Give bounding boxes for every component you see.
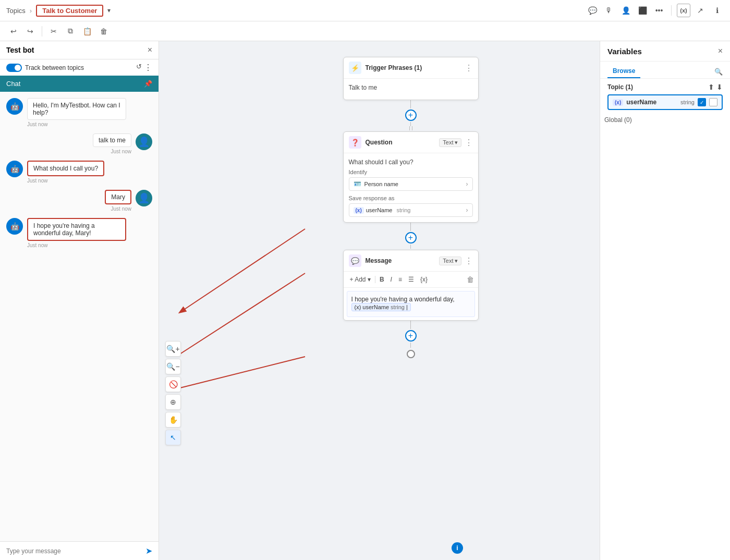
no-entry-button[interactable]: 🚫 <box>165 376 181 392</box>
zoom-controls: 🔍+ 🔍− 🚫 ⊕ ✋ ↖ <box>165 341 181 445</box>
var-name: userName <box>626 99 675 106</box>
chat-message-3: 🤖 What should I call you? Just now <box>6 161 152 184</box>
close-button[interactable]: × <box>148 45 152 55</box>
save-response-section: Save response as (x) userName string › <box>349 195 473 217</box>
question-node[interactable]: ❓ Question Text ▾ ⋮ What should I call y… <box>343 131 479 223</box>
chat-pin-icon[interactable]: 📌 <box>144 80 152 88</box>
sidebar-more-icon[interactable]: ⋮ <box>144 63 152 72</box>
info-button[interactable]: i <box>452 542 463 554</box>
msg-var-badge: (x) <box>355 304 361 310</box>
message-delete-button[interactable]: 🗑 <box>467 275 474 284</box>
global-section-title: Global (0) <box>604 116 632 124</box>
var-badge: (x) <box>613 99 623 106</box>
var-search-icon[interactable]: 🔍 <box>714 65 723 78</box>
flow-canvas: ⚡ Trigger Phrases (1) ⋮ Talk to me + ❓ Q… <box>232 57 589 360</box>
select-tool-button[interactable]: ↖ <box>165 430 181 445</box>
save-var-name: userName <box>366 207 393 213</box>
person-icon[interactable]: 👤 <box>619 4 632 17</box>
global-section: Global (0) <box>600 114 730 126</box>
svg-line-0 <box>180 229 305 312</box>
message-node-header: 💬 Message Text ▾ ⋮ <box>344 250 478 272</box>
italic-button[interactable]: I <box>388 275 394 284</box>
refresh-icon[interactable]: ↺ <box>136 63 142 72</box>
message-var-inline[interactable]: (x) userName string | <box>351 303 411 311</box>
delete-button[interactable]: 🗑 <box>96 24 111 39</box>
canvas-area[interactable]: 🔍+ 🔍− 🚫 ⊕ ✋ ↖ i <box>159 41 600 560</box>
connector-5 <box>410 321 411 329</box>
undo-button[interactable]: ↩ <box>6 24 21 39</box>
paste-button[interactable]: 📋 <box>80 24 94 39</box>
msg-time-1: Just now <box>27 121 126 127</box>
send-button[interactable]: ➤ <box>145 546 152 556</box>
target-button[interactable]: ⊕ <box>165 394 181 410</box>
tab-browse[interactable]: Browse <box>607 65 640 78</box>
question-text-badge[interactable]: Text ▾ <box>439 138 461 147</box>
variables-title: Variables <box>607 47 642 56</box>
bot-avatar-3: 🤖 <box>6 218 23 235</box>
msg-time-2: Just now <box>93 149 131 154</box>
user-avatar-2: 👤 <box>136 190 152 206</box>
message-node[interactable]: 💬 Message Text ▾ ⋮ + Add ▾ B <box>343 250 479 321</box>
save-response-row[interactable]: (x) userName string › <box>349 203 473 217</box>
message-text-badge[interactable]: Text ▾ <box>439 257 461 265</box>
message-text-label: Text <box>443 258 453 264</box>
chat-icon[interactable]: 💬 <box>586 4 599 17</box>
question-text-label: Text <box>443 139 453 145</box>
end-node <box>407 350 415 358</box>
var-check-button[interactable]: ✓ <box>698 98 706 106</box>
variables-panel: Variables × Browse 🔍 Topic (1) ⬆ ⬇ (x) u… <box>600 41 730 560</box>
connector-1 <box>410 100 411 108</box>
var-icon[interactable]: (x) <box>677 4 690 17</box>
sidebar-header: Test bot × <box>0 41 159 59</box>
mic-icon[interactable]: 🎙 <box>602 4 616 17</box>
add-node-1-button[interactable]: + <box>405 109 417 121</box>
msg-bubble-2: talk to me Just now <box>93 133 131 154</box>
upload-icon[interactable]: ⬆ <box>708 83 714 91</box>
message-more-button[interactable]: ⋮ <box>465 256 473 266</box>
connector-6 <box>410 343 411 348</box>
trigger-icon: ⚡ <box>349 62 361 74</box>
var-empty-checkbox[interactable] <box>709 98 717 106</box>
save-chevron-icon: › <box>466 206 468 214</box>
export-icon[interactable]: ↗ <box>694 4 707 17</box>
track-toggle[interactable] <box>6 64 22 72</box>
question-text-chevron: ▾ <box>455 139 458 146</box>
topic-chevron[interactable]: ▾ <box>107 7 111 14</box>
chat-input[interactable] <box>6 547 141 555</box>
breadcrumb-topics[interactable]: Topics <box>6 7 26 15</box>
zoom-out-button[interactable]: 🔍− <box>165 359 181 374</box>
align-button[interactable]: ≡ <box>396 275 404 284</box>
active-topic-tab[interactable]: Talk to Customer <box>36 5 103 17</box>
bold-button[interactable]: B <box>378 275 386 284</box>
redo-button[interactable]: ↪ <box>23 24 38 39</box>
variable-button[interactable]: {x} <box>418 275 430 284</box>
trigger-more-button[interactable]: ⋮ <box>465 63 473 73</box>
info-icon[interactable]: ℹ <box>710 4 724 17</box>
trigger-node[interactable]: ⚡ Trigger Phrases (1) ⋮ Talk to me <box>343 57 479 100</box>
hand-tool-button[interactable]: ✋ <box>165 412 181 428</box>
question-node-title: Question <box>366 139 435 146</box>
identify-value: Person name <box>364 181 398 187</box>
sidebar-toggle-icons: ↺ ⋮ <box>136 63 152 72</box>
question-more-button[interactable]: ⋮ <box>465 138 473 148</box>
copy-button[interactable]: ⧉ <box>63 24 78 39</box>
var-item-username[interactable]: (x) userName string ✓ <box>607 94 723 110</box>
add-node-2-button[interactable]: + <box>405 232 417 244</box>
cut-button[interactable]: ✂ <box>46 24 61 39</box>
sidebar: Test bot × Track between topics ↺ ⋮ Chat… <box>0 41 159 560</box>
connector-arrow <box>409 126 412 130</box>
message-content-area[interactable]: I hope you're having a wonderful day, (x… <box>347 291 475 317</box>
sidebar-title: Test bot <box>6 46 34 54</box>
main-content: Test bot × Track between topics ↺ ⋮ Chat… <box>0 41 730 560</box>
topic-section-icons: ⬆ ⬇ <box>708 83 723 91</box>
share-icon[interactable]: ⬛ <box>636 4 649 17</box>
add-node-3-button[interactable]: + <box>405 330 417 342</box>
msg-var-type: string <box>391 304 405 310</box>
identify-row[interactable]: 🪪 Person name › <box>349 177 473 191</box>
add-content-button[interactable]: + Add ▾ <box>348 275 373 284</box>
variables-close-button[interactable]: × <box>718 46 723 56</box>
more-icon[interactable]: ••• <box>652 4 666 17</box>
list-button[interactable]: ☰ <box>406 275 416 284</box>
zoom-in-button[interactable]: 🔍+ <box>165 341 181 357</box>
download-icon[interactable]: ⬇ <box>716 83 723 91</box>
